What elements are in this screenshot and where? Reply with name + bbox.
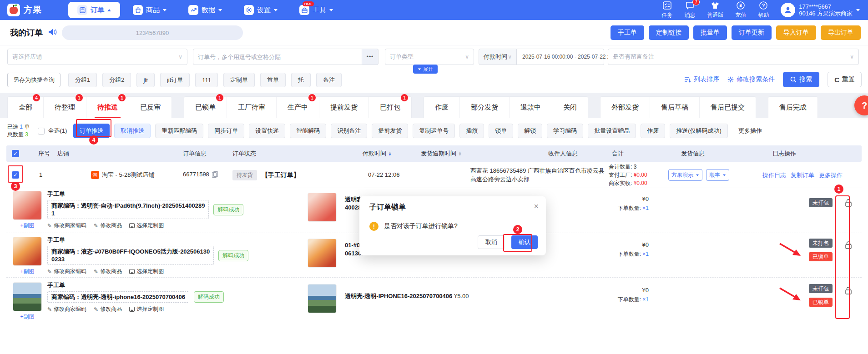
operation-log-link[interactable]: 操作日志 bbox=[762, 171, 786, 179]
select-all-checkbox[interactable]: 全选(1) bbox=[38, 127, 67, 135]
tab-partial-ship[interactable]: 部分发货 bbox=[459, 97, 509, 118]
lock-icon[interactable] bbox=[845, 241, 852, 250]
tab-packed[interactable]: 已打包1 bbox=[368, 97, 411, 118]
sku-thumbnail[interactable] bbox=[308, 239, 337, 268]
copy-tracking-button[interactable]: 复制运单号 bbox=[413, 124, 455, 138]
brand-logo[interactable]: 方果 bbox=[0, 4, 50, 16]
row-checkbox[interactable] bbox=[12, 171, 19, 179]
tab-locked[interactable]: 已锁单1 bbox=[184, 97, 227, 118]
recognize-remark-button[interactable]: 识别备注 bbox=[331, 124, 367, 138]
push-decoded-button[interactable]: 推送(仅解码成功) bbox=[670, 124, 728, 138]
add-image-link[interactable]: +副图 bbox=[13, 268, 42, 275]
menu-settings[interactable]: 设置 bbox=[235, 0, 287, 20]
order-no-more-button[interactable]: ••• bbox=[362, 49, 378, 65]
tab-pending-push[interactable]: 待推送1 bbox=[86, 97, 129, 118]
custom-link-button[interactable]: 定制链接 bbox=[649, 25, 689, 40]
tab-early-ship[interactable]: 提前发货 bbox=[319, 97, 368, 118]
early-ship-button[interactable]: 提前发货 bbox=[372, 124, 408, 138]
pay-time-select[interactable]: 付款时间∨ bbox=[479, 49, 517, 65]
tab-pending-sort[interactable]: 待整理1 bbox=[43, 97, 86, 118]
sku-thumbnail[interactable] bbox=[308, 193, 337, 222]
quick-tag[interactable]: 111 bbox=[195, 73, 218, 87]
tab-aftersale-done[interactable]: 售后完成 bbox=[768, 97, 818, 118]
batch-gift-button[interactable]: 批量设置赠品 bbox=[588, 124, 636, 138]
rematch-code-button[interactable]: 重新匹配编码 bbox=[155, 124, 203, 138]
nav-messages[interactable]: 7 消息 bbox=[684, 1, 695, 19]
express-select[interactable]: 顺丰 bbox=[706, 169, 729, 181]
menu-orders[interactable]: 订单 bbox=[68, 2, 120, 18]
product-thumbnail[interactable] bbox=[13, 237, 42, 266]
lock-icon[interactable] bbox=[845, 287, 852, 296]
col-pay-time[interactable]: 付款时间▲▼ bbox=[363, 145, 392, 162]
quick-tag[interactable]: 定制单 bbox=[223, 73, 255, 87]
template-select[interactable]: 方果演示 bbox=[668, 169, 702, 181]
edit-merchant-code-link[interactable]: ✎修改商家编码 bbox=[47, 268, 86, 275]
order-no-input[interactable] bbox=[193, 49, 362, 65]
tab-rejected[interactable]: 已反审 bbox=[129, 97, 172, 118]
tab-voided[interactable]: 作废 bbox=[424, 97, 459, 118]
edit-product-link[interactable]: ✎修改商品 bbox=[94, 222, 122, 229]
col-overdue[interactable]: 发货逾期时间▲▼ bbox=[421, 145, 462, 162]
date-range-input[interactable]: 2025-07-16 00:00:00 - 2025-07-22 23:59:5… bbox=[517, 49, 604, 65]
product-thumbnail[interactable] bbox=[13, 191, 42, 220]
unlock-button[interactable]: 解锁 bbox=[518, 124, 542, 138]
user-account[interactable]: 177****5667 90146 方果演示商家 bbox=[781, 3, 860, 17]
remark-select[interactable]: 是否有留言备注∨ bbox=[608, 49, 859, 65]
choose-custom-image-link[interactable]: 选择定制图 bbox=[129, 305, 164, 313]
confirm-button[interactable]: 确认 bbox=[511, 235, 538, 249]
store-select[interactable]: 请选择店铺∨ bbox=[7, 49, 187, 65]
choose-custom-image-link[interactable]: 选择定制图 bbox=[129, 268, 164, 275]
nav-tasks[interactable]: 任务 bbox=[661, 1, 672, 19]
modify-search-link[interactable]: 修改搜索条件 bbox=[727, 75, 775, 84]
quick-tag[interactable]: 托 bbox=[291, 73, 311, 87]
quick-tag[interactable]: 备注 bbox=[316, 73, 342, 87]
tab-external-ship[interactable]: 外部发货 bbox=[601, 97, 650, 118]
quick-tag[interactable]: 首单 bbox=[260, 73, 286, 87]
edit-merchant-code-link[interactable]: ✎修改商家编码 bbox=[47, 305, 86, 313]
tab-aftersale-submitted[interactable]: 售后已提交 bbox=[699, 97, 756, 118]
batch-order-button[interactable]: 批量单 bbox=[693, 25, 727, 40]
edit-product-link[interactable]: ✎修改商品 bbox=[94, 305, 122, 313]
menu-data[interactable]: 数据 bbox=[179, 0, 231, 20]
nav-help[interactable]: ? 帮助 bbox=[758, 1, 769, 19]
copy-icon[interactable] bbox=[212, 171, 217, 177]
flag-button[interactable]: 插旗 bbox=[459, 124, 484, 138]
cancel-push-button[interactable]: 取消推送 bbox=[114, 124, 151, 138]
tab-all[interactable]: 全部4 bbox=[8, 97, 43, 118]
expand-toggle[interactable]: 展开 bbox=[413, 65, 438, 74]
more-actions-link[interactable]: 更多操作 bbox=[819, 171, 843, 179]
learn-code-button[interactable]: 学习编码 bbox=[547, 124, 583, 138]
choose-custom-image-link[interactable]: 选择定制图 bbox=[129, 222, 164, 229]
edit-product-link[interactable]: ✎修改商品 bbox=[94, 268, 122, 275]
list-sort-link[interactable]: 列表排序 bbox=[684, 75, 719, 84]
nav-recharge[interactable]: ¥ 充值 bbox=[735, 1, 746, 19]
quick-tag[interactable]: jit bbox=[136, 73, 154, 87]
nav-plan[interactable]: 普通版 bbox=[707, 1, 723, 19]
close-icon[interactable]: × bbox=[534, 202, 539, 211]
set-express-button[interactable]: 设置快递 bbox=[249, 124, 285, 138]
quick-tag[interactable]: jit订单 bbox=[160, 73, 190, 87]
void-button[interactable]: 作废 bbox=[641, 124, 665, 138]
edit-merchant-code-link[interactable]: ✎修改商家编码 bbox=[47, 222, 86, 229]
export-orders-button[interactable]: 导出订单 bbox=[821, 25, 861, 40]
sync-orders-button[interactable]: 同步订单 bbox=[208, 124, 244, 138]
order-type-select[interactable]: 订单类型∨ bbox=[385, 49, 474, 65]
announcement-speaker-icon[interactable] bbox=[48, 28, 57, 37]
quick-tag[interactable]: 分组2 bbox=[102, 73, 131, 87]
tab-aftersale-draft[interactable]: 售后草稿 bbox=[650, 97, 699, 118]
sku-thumbnail[interactable] bbox=[308, 284, 337, 313]
add-image-link[interactable]: +副图 bbox=[13, 222, 42, 229]
more-actions-button[interactable]: 更多操作 bbox=[732, 124, 768, 138]
import-orders-button[interactable]: 导入订单 bbox=[776, 25, 816, 40]
cancel-button[interactable]: 取消 bbox=[478, 235, 505, 249]
menu-products[interactable]: 商品 bbox=[124, 0, 176, 20]
tab-factory-review[interactable]: 工厂待审 bbox=[227, 97, 276, 118]
quick-tag[interactable]: 分组1 bbox=[68, 73, 97, 87]
lock-order-button[interactable]: 锁单 bbox=[489, 124, 513, 138]
product-thumbnail[interactable] bbox=[13, 282, 42, 311]
smart-decode-button[interactable]: 智能解码 bbox=[290, 124, 326, 138]
save-quick-query-button[interactable]: 另存为快捷查询 bbox=[7, 73, 61, 87]
copy-order-link[interactable]: 复制订单 bbox=[791, 171, 814, 179]
tab-refunding[interactable]: 退款中 bbox=[509, 97, 552, 118]
tab-closed[interactable]: 关闭 bbox=[552, 97, 588, 118]
